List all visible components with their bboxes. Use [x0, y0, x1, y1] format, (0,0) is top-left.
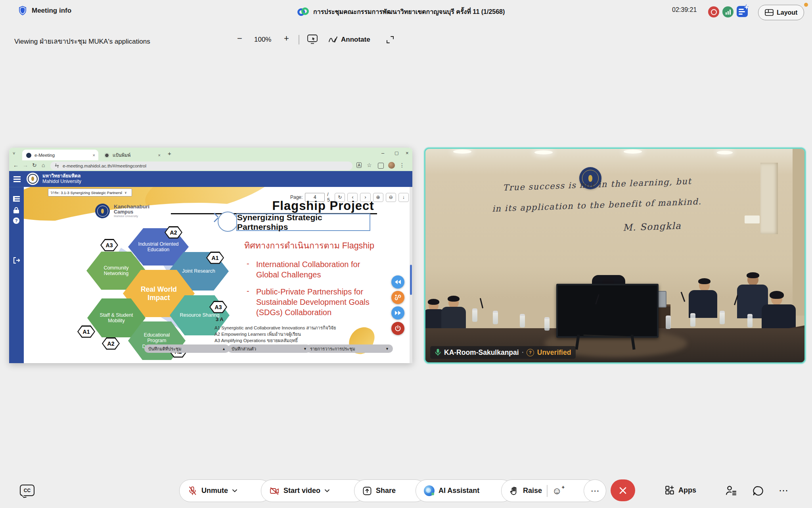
water-bottle [472, 308, 477, 322]
hexagon-diagram: Industrial Oriented Education Community … [77, 223, 232, 362]
zoom-out-button[interactable]: − [237, 33, 242, 44]
partnerships-box: Synergizing Strategic Partnerships [236, 214, 370, 231]
power-button[interactable] [391, 322, 404, 335]
video-feed: True success is not in the learning, but… [425, 149, 804, 362]
extensions-icon[interactable] [378, 163, 384, 169]
legend-line-3: A3 Amplifying Operations ขยายผลสัมฤทธิ์ [214, 337, 298, 344]
reload-icon[interactable]: ↻ [32, 162, 37, 168]
unmute-button[interactable]: Unmute [179, 479, 271, 502]
apps-grid-icon [665, 485, 675, 495]
scrollbar-track[interactable] [410, 187, 412, 363]
browser-toolbar: ← → ↻ ⌂ e-meeting.mahidol.ac.th/#/meetin… [9, 160, 412, 171]
ai-assistant-button[interactable]: AI Assistant [416, 479, 513, 502]
shield-icon [18, 6, 27, 16]
new-tab-button[interactable]: + [168, 150, 171, 157]
tv-monitor [556, 284, 659, 338]
viewing-status-text: Viewing ฝ่ายเลขาประชุม MUKA's applicatio… [14, 36, 150, 46]
raise-hand-icon[interactable] [509, 486, 518, 496]
zoom-level: 100% [254, 36, 271, 44]
browser-menu-icon[interactable]: ⋮ [399, 162, 405, 168]
participants-icon[interactable] [725, 484, 737, 497]
closed-captions-button[interactable]: CC [20, 485, 34, 496]
apps-button[interactable]: Apps [665, 485, 696, 495]
share-icon [362, 486, 372, 496]
tab-close-icon[interactable]: × [158, 153, 161, 158]
participant-name: KA-Room-Sakulkanpai [444, 348, 519, 357]
connection-stats-icon[interactable] [722, 6, 733, 17]
reactions-button[interactable]: ☺+ [552, 486, 562, 496]
tab-agenda-items[interactable]: รายการวาระการประชุม▼ [306, 344, 393, 353]
scrollbar-thumb[interactable] [410, 265, 412, 295]
ceiling-light [717, 151, 733, 154]
layout-button[interactable]: Layout [758, 5, 804, 20]
leave-meeting-button[interactable] [611, 479, 635, 501]
agenda-select-value: วาระ: 3.1-3 Synergizing Strategic Partne… [50, 190, 122, 196]
ceiling-light [534, 150, 553, 154]
download-button[interactable]: ↓ [398, 193, 409, 202]
layout-label: Layout [777, 9, 797, 16]
video-tile-ka-room[interactable]: True success is not in the learning, but… [424, 148, 806, 364]
profile-avatar[interactable] [388, 162, 395, 169]
tab-close-icon[interactable]: × [93, 153, 95, 158]
agenda-list-icon[interactable] [13, 196, 20, 202]
address-bar[interactable]: e-meeting.mahidol.ac.th/#/meetingcontrol [50, 162, 352, 170]
tab-personal-notes[interactable]: บันทึกส่วนตัว▼ [228, 344, 311, 353]
unlink-button[interactable] [391, 291, 404, 304]
org-name-en: Mahidol University [42, 179, 81, 185]
fast-forward-button[interactable] [391, 306, 404, 319]
rewind-button[interactable] [391, 275, 404, 289]
bookmark-star-icon[interactable]: ☆ [367, 162, 372, 168]
ceiling-light [624, 150, 642, 154]
window-minimize[interactable]: – [381, 150, 384, 156]
tab-meeting-minutes[interactable]: บันทึกมติที่ประชุม▲ [144, 344, 230, 353]
unverified-question-icon[interactable]: ? [527, 349, 534, 356]
raise-label[interactable]: Raise [523, 487, 542, 495]
browser-tab-active[interactable]: e-Meeting × [22, 150, 98, 161]
zoom-out-page-button[interactable]: ⊖ [386, 193, 396, 202]
chat-icon[interactable] [753, 485, 764, 497]
cables [583, 335, 627, 349]
logout-icon[interactable] [13, 257, 20, 264]
ai-assistant-icon [424, 485, 435, 496]
unmute-label: Unmute [201, 487, 228, 495]
window-close[interactable]: × [406, 150, 409, 156]
webex-logo-icon [296, 5, 309, 18]
mahidol-logo [27, 173, 39, 185]
expand-icon[interactable] [385, 35, 395, 44]
webex-meeting-window: Meeting info การประชุมคณะกรรมการพัฒนาวิท… [0, 0, 812, 508]
a-label: A3 [100, 239, 118, 251]
more-options-button[interactable]: ⋯ [584, 479, 606, 502]
campus-logo: Kanchanaburi Campus Mahidol University [95, 204, 149, 218]
water-bottle [520, 314, 525, 327]
layout-grid-icon [765, 9, 774, 16]
tab-search-chevron[interactable]: ˅ [13, 151, 15, 156]
meeting-timer: 02:39:21 [672, 6, 697, 13]
hamburger-menu-icon[interactable] [13, 176, 21, 177]
window-maximize[interactable]: ▢ [395, 150, 398, 156]
back-icon[interactable]: ← [13, 162, 19, 168]
site-settings-icon[interactable] [54, 163, 59, 168]
agenda-select[interactable]: วาระ: 3.1-3 Synergizing Strategic Partne… [48, 189, 132, 196]
zoom-in-button[interactable]: + [284, 33, 289, 44]
browser-tab-inactive[interactable]: แป้นพิมพ์ × [100, 150, 164, 161]
overflow-menu-icon[interactable]: ⋯ [779, 485, 788, 496]
slide-title: Flagship Project [262, 199, 385, 213]
forward-icon[interactable]: → [23, 162, 28, 168]
raise-reactions-group: Raise ☺+ [501, 479, 597, 502]
start-video-button[interactable]: Start video [261, 479, 366, 502]
home-icon[interactable]: ⌂ [42, 162, 45, 168]
recording-indicator-icon[interactable] [708, 6, 719, 17]
apps-label: Apps [678, 486, 696, 495]
lock-icon[interactable] [13, 207, 19, 214]
shared-screen-icon[interactable] [307, 34, 318, 44]
translate-icon[interactable]: A [356, 162, 362, 168]
annotate-button[interactable]: Annotate [341, 36, 370, 44]
chevron-down-icon[interactable] [232, 489, 237, 493]
meeting-info-button[interactable]: Meeting info [18, 6, 71, 16]
chevron-down-icon[interactable] [324, 489, 330, 493]
a-label: A2 [102, 337, 120, 350]
help-icon[interactable]: ? [13, 217, 19, 224]
campus-line1: Kanchanaburi [114, 204, 149, 210]
water-bottle [720, 311, 725, 324]
ai-notes-icon[interactable] [737, 6, 748, 17]
